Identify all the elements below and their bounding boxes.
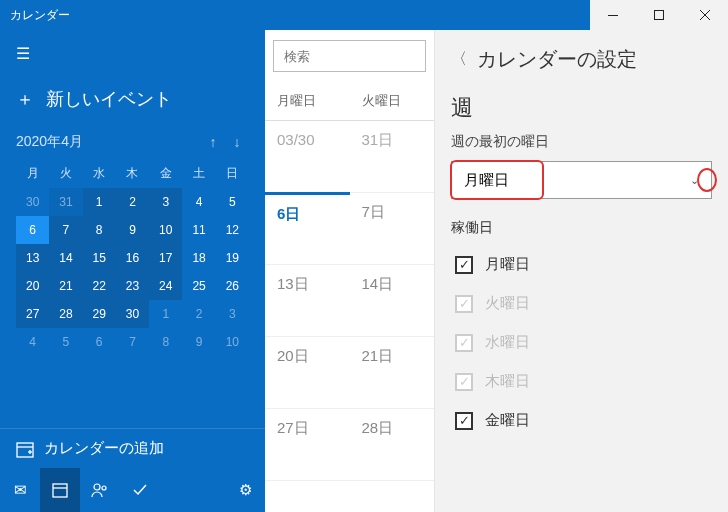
week-row[interactable]: 03/3031日 bbox=[265, 121, 434, 193]
mini-cal-day[interactable]: 5 bbox=[216, 188, 249, 216]
mini-cal-day[interactable]: 10 bbox=[149, 216, 182, 244]
day-cell[interactable]: 31日 bbox=[350, 121, 435, 192]
workday-checkbox: ✓火曜日 bbox=[451, 284, 712, 323]
col-header-mon: 月曜日 bbox=[265, 82, 350, 120]
mini-cal-day[interactable]: 4 bbox=[16, 328, 49, 356]
todo-icon[interactable] bbox=[120, 468, 160, 512]
week-row[interactable]: 13日14日 bbox=[265, 265, 434, 337]
add-calendar-label: カレンダーの追加 bbox=[44, 439, 164, 458]
mini-cal-day[interactable]: 25 bbox=[182, 272, 215, 300]
mini-cal-day[interactable]: 21 bbox=[49, 272, 82, 300]
mini-cal-day[interactable]: 2 bbox=[182, 300, 215, 328]
day-cell[interactable]: 13日 bbox=[265, 265, 350, 336]
mini-cal-day[interactable]: 10 bbox=[216, 328, 249, 356]
mini-cal-day[interactable]: 27 bbox=[16, 300, 49, 328]
mini-cal-day[interactable]: 16 bbox=[116, 244, 149, 272]
mini-cal-day[interactable]: 2 bbox=[116, 188, 149, 216]
mini-cal-day[interactable]: 9 bbox=[182, 328, 215, 356]
first-day-dropdown[interactable]: 月曜日 ⌄ bbox=[451, 161, 712, 199]
week-row[interactable]: 6日7日 bbox=[265, 193, 434, 265]
mini-cal-day[interactable]: 5 bbox=[49, 328, 82, 356]
svg-point-11 bbox=[102, 486, 106, 490]
mini-cal-day[interactable]: 24 bbox=[149, 272, 182, 300]
day-cell[interactable]: 28日 bbox=[350, 409, 435, 480]
mini-cal-day[interactable]: 1 bbox=[149, 300, 182, 328]
mini-cal-day[interactable]: 22 bbox=[83, 272, 116, 300]
day-cell[interactable]: 20日 bbox=[265, 337, 350, 408]
mini-cal-day[interactable]: 7 bbox=[49, 216, 82, 244]
mini-cal-day[interactable]: 17 bbox=[149, 244, 182, 272]
mini-cal-day[interactable]: 30 bbox=[116, 300, 149, 328]
workday-checkbox[interactable]: ✓金曜日 bbox=[451, 401, 712, 440]
mini-cal-day[interactable]: 1 bbox=[83, 188, 116, 216]
weekday-label: 火 bbox=[49, 161, 82, 186]
mini-cal-day[interactable]: 6 bbox=[16, 216, 49, 244]
mini-cal-day[interactable]: 23 bbox=[116, 272, 149, 300]
mail-icon[interactable]: ✉ bbox=[0, 468, 40, 512]
mini-cal-day[interactable]: 30 bbox=[16, 188, 49, 216]
mini-cal-day[interactable]: 28 bbox=[49, 300, 82, 328]
new-event-label: 新しいイベント bbox=[46, 87, 172, 111]
day-column-headers: 月曜日 火曜日 bbox=[265, 82, 434, 121]
workday-label: 水曜日 bbox=[485, 333, 530, 352]
mini-cal-day[interactable]: 6 bbox=[83, 328, 116, 356]
week-heading: 週 bbox=[451, 87, 712, 133]
workday-label: 木曜日 bbox=[485, 372, 530, 391]
maximize-button[interactable] bbox=[636, 0, 682, 30]
weekday-label: 月 bbox=[16, 161, 49, 186]
day-cell[interactable]: 03/30 bbox=[265, 121, 350, 192]
mini-cal-day[interactable]: 26 bbox=[216, 272, 249, 300]
settings-icon[interactable]: ⚙ bbox=[225, 468, 265, 512]
week-row[interactable]: 27日28日 bbox=[265, 409, 434, 481]
day-cell[interactable]: 21日 bbox=[350, 337, 435, 408]
mini-cal-day[interactable]: 19 bbox=[216, 244, 249, 272]
prev-month-button[interactable]: ↑ bbox=[201, 134, 225, 150]
workdays-label: 稼働日 bbox=[451, 199, 712, 245]
menu-icon[interactable]: ☰ bbox=[0, 30, 265, 77]
calendar-grid-column: 月曜日 火曜日 03/3031日6日7日13日14日20日21日27日28日 bbox=[265, 30, 435, 512]
mini-cal-day[interactable]: 29 bbox=[83, 300, 116, 328]
first-day-label: 週の最初の曜日 bbox=[451, 133, 712, 161]
day-cell[interactable]: 27日 bbox=[265, 409, 350, 480]
mini-cal-day[interactable]: 18 bbox=[182, 244, 215, 272]
new-event-button[interactable]: ＋ 新しいイベント bbox=[0, 77, 265, 129]
mini-cal-day[interactable]: 7 bbox=[116, 328, 149, 356]
mini-cal-day[interactable]: 8 bbox=[83, 216, 116, 244]
mini-cal-day[interactable]: 13 bbox=[16, 244, 49, 272]
mini-cal-day[interactable]: 11 bbox=[182, 216, 215, 244]
mini-cal-day[interactable]: 4 bbox=[182, 188, 215, 216]
workday-checkbox[interactable]: ✓月曜日 bbox=[451, 245, 712, 284]
search-input[interactable] bbox=[273, 40, 426, 72]
mini-cal-day[interactable]: 3 bbox=[216, 300, 249, 328]
mini-cal-day[interactable]: 8 bbox=[149, 328, 182, 356]
next-month-button[interactable]: ↓ bbox=[225, 134, 249, 150]
day-cell[interactable]: 7日 bbox=[350, 193, 435, 264]
mini-cal-day[interactable]: 15 bbox=[83, 244, 116, 272]
mini-cal-day[interactable]: 3 bbox=[149, 188, 182, 216]
mini-calendar[interactable]: 3031123456789101112131415161718192021222… bbox=[0, 186, 265, 362]
mini-cal-day[interactable]: 31 bbox=[49, 188, 82, 216]
mini-cal-day[interactable]: 14 bbox=[49, 244, 82, 272]
mini-cal-day[interactable]: 20 bbox=[16, 272, 49, 300]
weekday-label: 木 bbox=[116, 161, 149, 186]
weekday-header: 月火水木金土日 bbox=[0, 161, 265, 186]
minimize-button[interactable] bbox=[590, 0, 636, 30]
week-row[interactable]: 20日21日 bbox=[265, 337, 434, 409]
month-label: 2020年4月 bbox=[16, 133, 201, 151]
day-cell[interactable]: 14日 bbox=[350, 265, 435, 336]
mini-cal-day[interactable]: 9 bbox=[116, 216, 149, 244]
weekday-label: 土 bbox=[182, 161, 215, 186]
mini-cal-day[interactable]: 12 bbox=[216, 216, 249, 244]
workday-checkbox: ✓木曜日 bbox=[451, 362, 712, 401]
checkbox-icon: ✓ bbox=[455, 373, 473, 391]
checkbox-icon: ✓ bbox=[455, 412, 473, 430]
weekday-label: 日 bbox=[216, 161, 249, 186]
add-calendar-button[interactable]: カレンダーの追加 bbox=[0, 428, 265, 468]
svg-rect-0 bbox=[608, 15, 618, 16]
plus-icon: ＋ bbox=[16, 87, 34, 111]
people-icon[interactable] bbox=[80, 468, 120, 512]
day-cell[interactable]: 6日 bbox=[265, 192, 350, 264]
close-button[interactable] bbox=[682, 0, 728, 30]
calendar-icon[interactable] bbox=[40, 468, 80, 512]
back-icon[interactable]: 〈 bbox=[451, 49, 467, 70]
